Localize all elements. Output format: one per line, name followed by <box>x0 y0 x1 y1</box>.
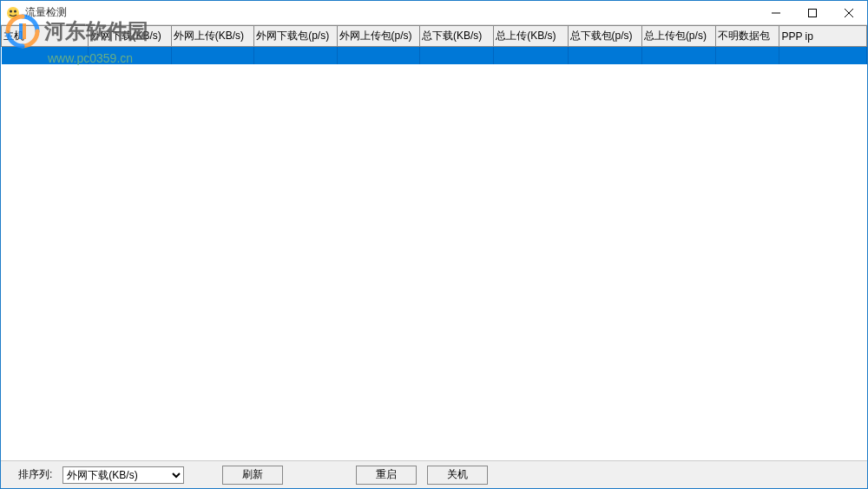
window-title: 流量检测 <box>25 5 67 20</box>
col-ext-upload-kb[interactable]: 外网上传(KB/s) <box>171 26 253 47</box>
col-host[interactable]: 主机 <box>2 26 89 47</box>
cell <box>716 47 779 64</box>
minimize-button[interactable] <box>758 1 794 25</box>
refresh-button[interactable]: 刷新 <box>222 466 283 485</box>
app-icon <box>6 6 20 20</box>
col-total-download-pkts[interactable]: 总下载包(p/s) <box>568 26 641 47</box>
table-container: 主机 外网下载(KB/s) 外网上传(KB/s) 外网下载包(p/s) 外网上传… <box>1 25 867 460</box>
cell <box>779 47 867 64</box>
cell <box>494 47 568 64</box>
traffic-table[interactable]: 主机 外网下载(KB/s) 外网上传(KB/s) 外网下载包(p/s) 外网上传… <box>1 25 867 64</box>
col-total-upload-kb[interactable]: 总上传(KB/s) <box>494 26 568 47</box>
col-ext-download-kb[interactable]: 外网下载(KB/s) <box>89 26 171 47</box>
window-controls <box>758 1 867 25</box>
close-button[interactable] <box>831 1 867 25</box>
sort-label: 排序列: <box>18 467 52 482</box>
cell <box>254 47 337 64</box>
sort-column-select[interactable]: 外网下载(KB/s) <box>62 466 184 484</box>
table-header-row: 主机 外网下载(KB/s) 外网上传(KB/s) 外网下载包(p/s) 外网上传… <box>2 26 867 47</box>
cell <box>568 47 641 64</box>
cell <box>171 47 253 64</box>
bottom-toolbar: 排序列: 外网下载(KB/s) 刷新 重启 关机 <box>1 460 867 488</box>
content-area: 主机 外网下载(KB/s) 外网上传(KB/s) 外网下载包(p/s) 外网上传… <box>1 25 867 488</box>
cell <box>419 47 493 64</box>
col-ext-upload-pkts[interactable]: 外网上传包(p/s) <box>337 26 419 47</box>
cell <box>89 47 171 64</box>
col-total-upload-pkts[interactable]: 总上传包(p/s) <box>641 26 715 47</box>
col-ppp-ip[interactable]: PPP ip <box>779 26 867 47</box>
svg-point-1 <box>10 10 12 12</box>
cell <box>337 47 419 64</box>
svg-point-0 <box>7 7 19 19</box>
col-total-download-kb[interactable]: 总下载(KB/s) <box>419 26 493 47</box>
svg-rect-4 <box>809 10 817 17</box>
shutdown-button[interactable]: 关机 <box>427 466 488 485</box>
cell <box>2 47 89 64</box>
svg-point-2 <box>14 10 16 12</box>
table-row[interactable] <box>2 47 867 64</box>
app-window: 流量检测 <box>0 0 868 489</box>
col-unknown-packets[interactable]: 不明数据包 <box>716 26 779 47</box>
maximize-button[interactable] <box>794 1 831 25</box>
restart-button[interactable]: 重启 <box>356 466 417 485</box>
titlebar: 流量检测 <box>1 1 867 25</box>
cell <box>641 47 715 64</box>
col-ext-download-pkts[interactable]: 外网下载包(p/s) <box>254 26 337 47</box>
